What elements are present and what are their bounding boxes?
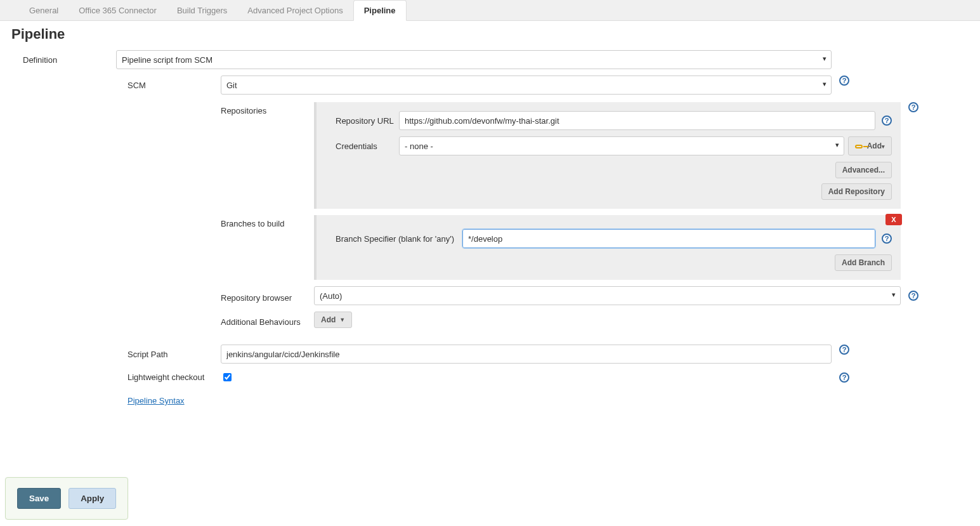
tab-general[interactable]: General <box>19 1 69 20</box>
tab-pipeline[interactable]: Pipeline <box>353 0 407 21</box>
lightweight-checkbox[interactable] <box>223 373 232 381</box>
repo-browser-label: Repository browser <box>221 289 314 303</box>
pipeline-syntax-link[interactable]: Pipeline Syntax <box>127 396 185 405</box>
repo-advanced-button[interactable]: Advanced... <box>835 162 892 178</box>
help-icon[interactable]: ? <box>908 291 918 301</box>
help-icon[interactable]: ? <box>882 115 892 126</box>
help-icon[interactable]: ? <box>839 345 849 355</box>
repositories-block: Repository URL ? Credentials - none - <box>314 102 901 209</box>
section-title: Pipeline <box>0 21 980 50</box>
help-icon[interactable]: ? <box>839 76 849 86</box>
add-repository-button[interactable]: Add Repository <box>821 183 892 200</box>
add-behaviour-button[interactable]: Add ▼ <box>314 312 352 328</box>
scm-label: SCM <box>127 76 221 90</box>
add-credentials-button[interactable]: Add▾ <box>848 136 892 155</box>
definition-select[interactable]: Pipeline script from SCM <box>116 50 832 69</box>
script-path-label: Script Path <box>127 345 221 359</box>
config-tabs: General Office 365 Connector Build Trigg… <box>0 0 980 21</box>
definition-label: Definition <box>11 50 116 65</box>
help-icon[interactable]: ? <box>908 102 918 112</box>
add-branch-button[interactable]: Add Branch <box>835 254 892 271</box>
chevron-down-icon: ▼ <box>339 317 345 323</box>
repositories-label: Repositories <box>221 102 314 115</box>
repo-url-label: Repository URL <box>336 116 399 126</box>
key-icon <box>855 145 863 148</box>
delete-branch-button[interactable]: X <box>885 214 902 225</box>
branch-specifier-label: Branch Specifier (blank for 'any') <box>336 234 462 244</box>
tab-office365[interactable]: Office 365 Connector <box>69 1 167 20</box>
help-icon[interactable]: ? <box>882 233 892 244</box>
scm-select[interactable]: Git <box>221 76 832 95</box>
tab-build-triggers[interactable]: Build Triggers <box>167 1 237 20</box>
lightweight-label: Lightweight checkout <box>127 372 221 382</box>
credentials-select[interactable]: - none - <box>399 136 844 155</box>
help-icon[interactable]: ? <box>839 372 849 383</box>
branch-specifier-input[interactable] <box>462 229 875 248</box>
additional-behaviours-label: Additional Behaviours <box>221 313 314 327</box>
branches-block: X Branch Specifier (blank for 'any') ? A… <box>314 215 901 280</box>
credentials-label: Credentials <box>336 141 399 151</box>
repo-browser-select[interactable]: (Auto) <box>314 286 901 305</box>
tab-advanced-options[interactable]: Advanced Project Options <box>237 1 353 20</box>
script-path-input[interactable] <box>221 345 832 364</box>
repo-url-input[interactable] <box>399 111 875 130</box>
branches-label: Branches to build <box>221 215 314 228</box>
